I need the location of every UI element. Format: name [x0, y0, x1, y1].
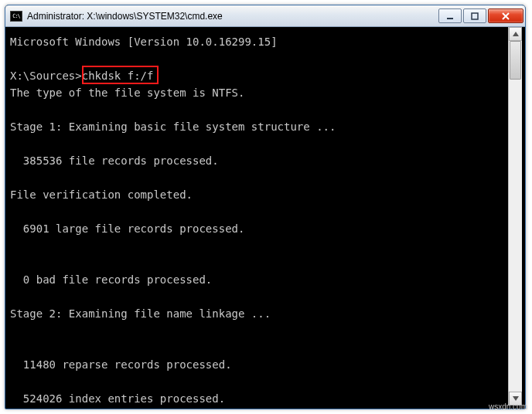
terminal-line [10, 101, 506, 118]
terminal-line: 385536 file records processed. [10, 152, 506, 169]
terminal-line [10, 373, 506, 390]
window-title: Administrator: X:\windows\SYSTEM32\cmd.e… [27, 11, 438, 22]
terminal-line [10, 135, 506, 152]
maximize-button[interactable] [463, 8, 486, 23]
terminal-line [10, 203, 506, 220]
scroll-up-button[interactable] [509, 27, 522, 41]
terminal-line: Microsoft Windows [Version 10.0.16299.15… [10, 33, 506, 50]
terminal-line [10, 169, 506, 186]
terminal-line [10, 288, 506, 305]
terminal-line [10, 322, 506, 339]
arrow-up-icon [513, 32, 519, 36]
terminal-line: Stage 1: Examining basic file system str… [10, 118, 506, 135]
minimize-button[interactable] [438, 8, 462, 23]
terminal-line: The type of the file system is NTFS. [10, 84, 506, 101]
cmd-icon: C:\ [10, 11, 22, 22]
svg-rect-1 [472, 13, 478, 19]
terminal-line [10, 237, 506, 254]
watermark: wsxdn.com [489, 402, 527, 411]
titlebar[interactable]: C:\ Administrator: X:\windows\SYSTEM32\c… [5, 5, 525, 27]
close-button[interactable] [488, 8, 523, 23]
arrow-down-icon [513, 396, 519, 401]
terminal-line [10, 339, 506, 356]
terminal-line: 11480 reparse records processed. [10, 356, 506, 373]
svg-marker-4 [513, 32, 519, 36]
terminal-line: File verification completed. [10, 186, 506, 203]
maximize-icon [471, 12, 479, 20]
terminal-line: X:\Sources>chkdsk f:/f [10, 67, 506, 84]
scrollbar-track[interactable] [509, 41, 522, 392]
terminal-line: Stage 2: Examining file name linkage ... [10, 305, 506, 322]
terminal-line [10, 254, 506, 271]
svg-rect-0 [447, 18, 453, 19]
window-controls [438, 8, 523, 23]
vertical-scrollbar[interactable] [508, 27, 522, 406]
terminal-line: 524026 index entries processed. [10, 390, 506, 406]
terminal-line: 0 bad file records processed. [10, 271, 506, 288]
terminal-line: 6901 large file records processed. [10, 220, 506, 237]
scrollbar-thumb[interactable] [510, 41, 521, 80]
terminal-line [10, 50, 506, 67]
terminal-output[interactable]: Microsoft Windows [Version 10.0.16299.15… [9, 27, 506, 406]
svg-marker-5 [513, 396, 519, 401]
client-area: Microsoft Windows [Version 10.0.16299.15… [9, 27, 522, 406]
close-icon [501, 12, 510, 20]
cmd-window: C:\ Administrator: X:\windows\SYSTEM32\c… [5, 5, 526, 409]
minimize-icon [446, 12, 454, 20]
